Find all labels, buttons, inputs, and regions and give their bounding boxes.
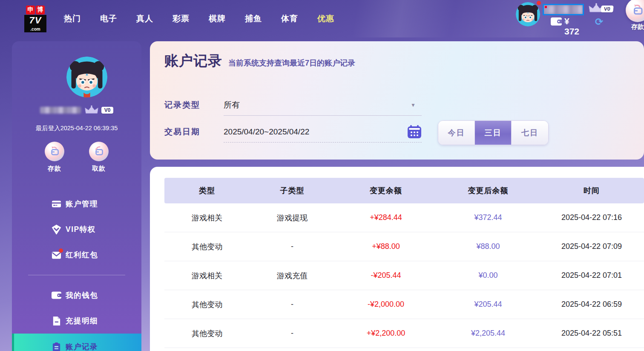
cell-balance: ¥372.44 [437, 213, 539, 222]
table-row[interactable]: 游戏相关 游戏提现 +¥284.44 ¥372.44 2025-04-22 07… [164, 203, 644, 232]
sidebar-avatar-image [66, 57, 107, 97]
vip-level-badge: V0 [601, 6, 613, 12]
sidebar-item-label: VIP特权 [66, 224, 96, 234]
nav-item-fishing[interactable]: 捕鱼 [245, 13, 262, 24]
logo-tag-1: 申 [26, 6, 35, 14]
sidebar-item-account-records[interactable]: 账户记录 [12, 334, 141, 351]
nav-item-lottery[interactable]: 彩票 [172, 13, 190, 24]
wallet-icon [52, 291, 61, 300]
chevron-down-icon: ▼ [411, 102, 416, 108]
masked-username-blur [544, 5, 583, 14]
cell-type: 游戏相关 [164, 271, 250, 281]
avatar-image [516, 2, 540, 26]
table-row[interactable]: 游戏相关 游戏充值 -¥205.44 ¥0.00 2025-04-22 07:0… [164, 261, 644, 290]
nav-item-promo[interactable]: 优惠 [317, 13, 334, 24]
cell-change: +¥88.00 [335, 242, 437, 251]
withdraw-button[interactable]: 取款 [84, 142, 113, 173]
nav-item-live[interactable]: 真人 [136, 13, 153, 24]
unread-badge [59, 248, 63, 253]
user-avatar[interactable] [516, 2, 540, 26]
clipboard-icon [52, 342, 61, 351]
cell-change: -¥2,000.00 [335, 300, 437, 309]
calendar-icon[interactable] [407, 125, 422, 139]
cell-time: 2025-04-22 07:01 [539, 271, 644, 280]
page-title: 账户记录 [164, 51, 222, 71]
cell-subtype: - [250, 242, 335, 251]
page-subtitle: 当前系统支持查询最近7日的账户记录 [228, 58, 355, 68]
logo-tag-2: 博 [36, 6, 45, 14]
sidebar-crown-icon [84, 105, 99, 115]
page: 申 博 7V .com 热门 电子 真人 彩票 棋牌 捕鱼 体育 优惠 [0, 0, 644, 351]
floating-deposit-button[interactable]: 存款 [623, 0, 644, 31]
record-type-select[interactable]: 所有 ▼ [224, 94, 422, 116]
records-table: 类型 子类型 变更余额 变更后余额 时间 游戏相关 游戏提现 +¥284.44 … [164, 178, 644, 348]
sidebar-item-label: 账户管理 [66, 199, 98, 209]
deposit-circle-icon [626, 0, 644, 22]
withdraw-label: 取款 [84, 165, 113, 173]
page-title-row: 账户记录 当前系统支持查询最近7日的账户记录 [164, 51, 355, 71]
record-type-row: 记录类型 所有 ▼ [164, 94, 422, 116]
sidebar-item-my-wallet[interactable]: 我的钱包 [12, 283, 141, 308]
cell-type: 其他变动 [164, 242, 250, 252]
notification-dot [537, 1, 541, 5]
nav-item-hot[interactable]: 热门 [64, 13, 81, 24]
sidebar-masked-username [40, 107, 81, 114]
cell-subtype: 游戏提现 [250, 213, 335, 223]
site-logo[interactable]: 申 博 7V .com [24, 6, 47, 32]
bank-card-icon [52, 199, 61, 209]
sidebar-menu: 账户管理 VIP特权 红利 [12, 191, 141, 351]
header-subtype: 子类型 [250, 185, 335, 196]
document-icon [52, 316, 61, 326]
cell-subtype: - [250, 329, 335, 338]
sidebar-item-label: 充提明细 [66, 316, 98, 326]
date-range-row: 交易日期 2025/04/20~2025/04/22 [164, 121, 422, 143]
cell-balance: ¥205.44 [437, 300, 539, 309]
sidebar-item-vip[interactable]: VIP特权 [12, 217, 141, 242]
logo-suffix: .com [24, 26, 46, 32]
sidebar-vip-badge: V0 [101, 107, 114, 114]
record-type-label: 记录类型 [164, 100, 224, 111]
cell-type: 其他变动 [164, 328, 250, 339]
cell-time: 2025-04-22 06:59 [539, 300, 644, 309]
cell-time: 2025-04-22 07:09 [539, 242, 644, 251]
sidebar-item-account-management[interactable]: 账户管理 [12, 191, 141, 217]
masked-username[interactable] [543, 4, 584, 15]
table-row[interactable]: 其他变动 - -¥2,000.00 ¥205.44 2025-04-22 06:… [164, 290, 644, 319]
sidebar: V0 最后登入2025-04-22 06:39:35 存款 [12, 41, 141, 351]
cell-change: +¥2,200.00 [335, 329, 437, 338]
header-time: 时间 [539, 185, 644, 196]
deposit-button[interactable]: 存款 [40, 142, 69, 173]
cell-time: 2025-04-22 07:16 [539, 213, 644, 222]
nav-item-sports[interactable]: 体育 [281, 13, 298, 24]
sidebar-divider [28, 275, 125, 275]
table-row[interactable]: 其他变动 - +¥88.00 ¥88.00 2025-04-22 07:09 [164, 232, 644, 261]
refresh-balance-icon[interactable]: ⟳ [595, 16, 603, 28]
cell-time: 2025-04-22 05:51 [539, 329, 644, 338]
table-row[interactable]: 其他变动 - +¥2,200.00 ¥2,205.44 2025-04-22 0… [164, 319, 644, 348]
deposit-icon [45, 142, 64, 161]
balance-amount: ¥ 372 [564, 16, 579, 37]
sidebar-item-transaction-details[interactable]: 充提明细 [12, 308, 141, 334]
sidebar-user-row: V0 [12, 105, 141, 115]
nav-item-cards[interactable]: 棋牌 [209, 13, 226, 24]
deposit-arrow-icon [631, 4, 644, 17]
cell-balance: ¥2,205.44 [437, 329, 539, 338]
date-range-input[interactable]: 2025/04/20~2025/04/22 [224, 121, 422, 143]
sidebar-item-label: 红利红包 [66, 250, 98, 260]
envelope-icon [52, 250, 61, 260]
sidebar-item-bonus[interactable]: 红利红包 [12, 242, 141, 268]
range-button-group: 今日 三日 七日 [438, 120, 549, 145]
nav-item-slots[interactable]: 电子 [100, 13, 117, 24]
filter-panel: 账户记录 当前系统支持查询最近7日的账户记录 记录类型 所有 ▼ 交易日期 20… [150, 41, 644, 160]
cell-type: 其他变动 [164, 300, 250, 310]
sidebar-avatar[interactable] [66, 57, 107, 97]
cell-change: -¥205.44 [335, 271, 437, 280]
sidebar-item-label: 账户记录 [66, 342, 98, 351]
range-button-7days[interactable]: 七日 [512, 121, 548, 145]
floating-deposit-label: 存款 [623, 23, 644, 31]
range-button-3days[interactable]: 三日 [475, 121, 512, 145]
records-panel: 类型 子类型 变更余额 变更后余额 时间 游戏相关 游戏提现 +¥284.44 … [150, 167, 644, 351]
cell-balance: ¥88.00 [437, 242, 539, 251]
wallet-icon [551, 17, 562, 26]
range-button-today[interactable]: 今日 [438, 121, 475, 145]
